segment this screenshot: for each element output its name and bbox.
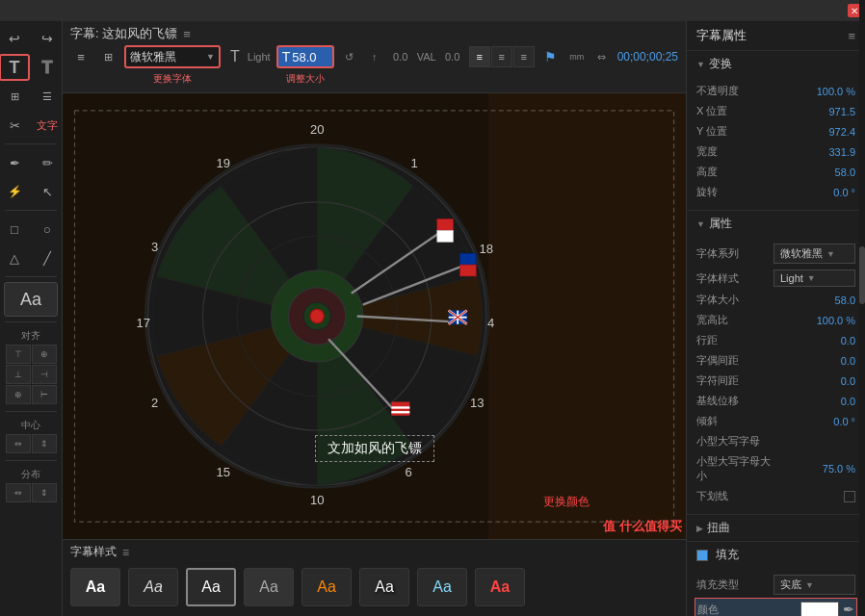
align-middle-button[interactable]: ⊕: [32, 345, 57, 364]
line-button[interactable]: ╱: [32, 244, 63, 271]
text-style-button[interactable]: Aa: [4, 282, 58, 317]
x-value[interactable]: 971.5: [776, 106, 855, 117]
distort-label: 扭曲: [707, 520, 730, 536]
align-center-text-button[interactable]: ≡: [491, 46, 512, 67]
svg-text:19: 19: [217, 156, 231, 170]
style-preset-1[interactable]: Aa: [70, 568, 120, 606]
width-value[interactable]: 331.9: [776, 146, 855, 158]
attributes-label: 属性: [709, 216, 732, 232]
opacity-value[interactable]: 100.0 %: [776, 86, 855, 97]
line-spacing-value[interactable]: 0.0: [776, 335, 855, 346]
svg-text:17: 17: [136, 316, 150, 330]
letter-spacing-value[interactable]: 0.0: [776, 375, 855, 387]
underline-checkbox[interactable]: [844, 491, 855, 502]
layout-tools-row: ⊞ ☰: [0, 83, 63, 110]
undo-button[interactable]: ↩: [0, 25, 30, 52]
style-preset-6[interactable]: Aa: [359, 568, 409, 606]
arrow-button[interactable]: ↖: [32, 178, 63, 205]
align-icon-row: ⊤ ⊕ ⊥ ⊣ ⊕ ⊢: [4, 345, 58, 404]
right-scrollbar[interactable]: [859, 21, 865, 616]
font-size-input[interactable]: [292, 50, 326, 64]
center-icon-row: ⇔ ⇕: [4, 434, 58, 453]
subtitle-icon-2[interactable]: ⊞: [97, 46, 118, 67]
align-left-text-button[interactable]: ≡: [469, 46, 490, 67]
attr-font-size-value[interactable]: 58.0: [776, 295, 855, 306]
shift-icon[interactable]: VAL: [417, 47, 436, 66]
distort-header[interactable]: ▶ 扭曲: [687, 515, 865, 541]
arrows-icon[interactable]: ⇔: [592, 47, 612, 66]
font-style-dropdown-arrow: ▼: [807, 273, 816, 283]
color-picker-icon[interactable]: ✒: [843, 602, 854, 616]
redo-button[interactable]: ↪: [32, 25, 63, 52]
rotation-value[interactable]: 0.0 °: [776, 187, 855, 198]
triangle-button[interactable]: △: [0, 244, 30, 271]
distribute-v-button[interactable]: ⇕: [32, 483, 57, 502]
style-preset-4[interactable]: Aa: [244, 568, 294, 606]
vshift-value: 0.0: [445, 51, 459, 63]
small-caps-size-value[interactable]: 75.0 %: [776, 463, 855, 475]
baseline-row: 基线位移 0.0: [696, 391, 855, 411]
scissors-button[interactable]: ✂: [0, 112, 30, 139]
fill-checkbox[interactable]: [696, 550, 708, 561]
width-label: 宽度: [696, 144, 775, 159]
subtitle-overlay[interactable]: 文加如风的飞镖: [315, 435, 434, 462]
align-left-button[interactable]: ⊣: [32, 365, 57, 384]
width-ratio-value[interactable]: 100.0 %: [776, 315, 855, 326]
transform-section: ▼ 变换 不透明度 100.0 % X 位置 971.5 Y 位置 972.4 …: [687, 51, 865, 211]
subtitle-menu-icon[interactable]: ≡: [183, 27, 191, 41]
magic-select-button[interactable]: ⚡: [0, 178, 30, 205]
center-h-button[interactable]: ⇔: [6, 434, 31, 453]
rect-button[interactable]: □: [0, 216, 30, 243]
mm-indicator: mm: [567, 47, 587, 66]
align-section: 对齐 ⊤ ⊕ ⊥ ⊣ ⊕ ⊢: [2, 327, 60, 406]
distribute-h-button[interactable]: ⇔: [6, 483, 31, 502]
grid-button[interactable]: ⊞: [0, 83, 30, 110]
attributes-header[interactable]: ▼ 属性: [687, 211, 865, 237]
subtitle-icon-1[interactable]: ≡: [70, 46, 92, 67]
transform-header[interactable]: ▼ 变换: [687, 51, 865, 77]
flag-icon[interactable]: ⚑: [540, 46, 562, 67]
style-preset-2[interactable]: Aa: [128, 568, 178, 606]
change-color-hint[interactable]: 更换颜色: [543, 494, 590, 510]
font-family-select[interactable]: 微软雅黑 ▼: [124, 45, 221, 68]
align-bottom-button[interactable]: ⊥: [6, 365, 31, 384]
text-edit-button[interactable]: 文字: [32, 112, 63, 139]
style-preset-8[interactable]: Aa: [475, 568, 525, 606]
height-value[interactable]: 58.0: [776, 167, 855, 178]
pen-button[interactable]: ✒: [0, 149, 30, 176]
attr-font-style-select[interactable]: Light ▼: [773, 270, 855, 287]
edit-tools-row: ✂ 文字: [0, 112, 63, 139]
circle-button[interactable]: ○: [32, 216, 63, 243]
style-preset-3[interactable]: Aa: [186, 568, 236, 606]
panel-menu-icon[interactable]: ≡: [848, 29, 855, 43]
style-menu-icon[interactable]: ≡: [122, 546, 129, 559]
eraser-button[interactable]: ✏: [32, 149, 63, 176]
align-right-text-button[interactable]: ≡: [513, 46, 535, 67]
baseline-value[interactable]: 0.0: [776, 396, 855, 407]
tilt-value[interactable]: 0.0 °: [776, 416, 855, 427]
y-value[interactable]: 972.4: [776, 126, 855, 138]
style-preset-5[interactable]: Aa: [301, 568, 352, 606]
scrollbar-thumb[interactable]: [859, 246, 865, 304]
center-v-button[interactable]: ⇕: [32, 434, 57, 453]
align-right-button[interactable]: ⊢: [32, 385, 57, 404]
divider-5: [5, 411, 57, 412]
text-tool-button[interactable]: T: [0, 54, 30, 81]
attr-font-family-select[interactable]: 微软雅黑 ▼: [773, 244, 855, 264]
text-outline-button[interactable]: T: [32, 54, 63, 81]
color-preview[interactable]: [800, 602, 839, 616]
main-layout: ↩ ↪ T T ⊞ ☰ ✂ 文字 ✒ ✏ ⚡ ↖ □ ○ △: [0, 21, 865, 616]
divider-1: [5, 143, 57, 144]
shift-up-icon[interactable]: ↑: [365, 47, 384, 66]
font-size-box[interactable]: T: [276, 45, 334, 68]
align-top-button[interactable]: ⊤: [6, 345, 31, 364]
fill-type-select[interactable]: 实底 ▼: [773, 575, 855, 595]
fill-header[interactable]: 填充: [687, 542, 865, 568]
style-preset-7[interactable]: Aa: [417, 568, 467, 606]
rotate-icon[interactable]: ↺: [340, 47, 359, 66]
attr-font-style-label: 字体样式: [696, 271, 773, 286]
align-center-button[interactable]: ⊕: [6, 385, 31, 404]
char-spacing-value[interactable]: 0.0: [776, 355, 855, 367]
list-button[interactable]: ☰: [32, 83, 63, 110]
video-area: 20 1 18 4 13 6 10 15 2 17 3 19: [63, 93, 686, 539]
